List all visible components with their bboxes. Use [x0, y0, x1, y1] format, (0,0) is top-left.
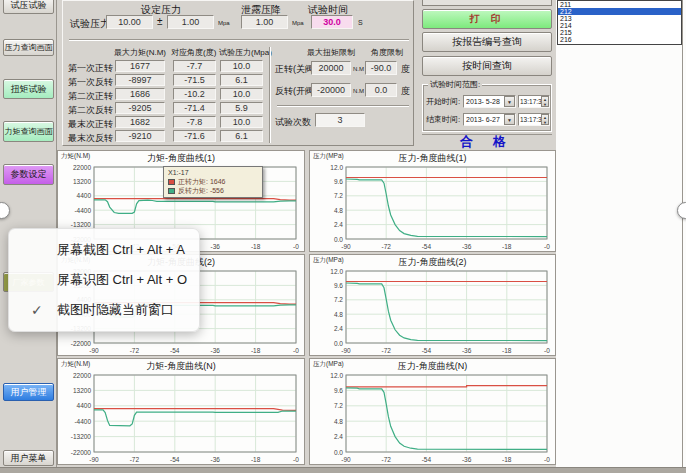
forward-torque-input[interactable]: 20000	[311, 61, 351, 75]
row-label: 第二次反转	[67, 104, 113, 117]
svg-text:-72: -72	[381, 347, 391, 354]
svg-text:12.0: 12.0	[330, 164, 343, 171]
torque-chart-n: 力矩(N.M) 力矩-角度曲线(N) 22000132004400-4400-1…	[57, 358, 305, 465]
print-button[interactable]: 打 印	[422, 9, 552, 29]
svg-text:-54: -54	[170, 347, 180, 354]
report-list[interactable]: 211212213214215216	[557, 0, 682, 45]
tolerance-input[interactable]: 1.00	[167, 15, 214, 29]
bottom-taskbar-strip	[0, 467, 686, 473]
sidebar-item-torque-test[interactable]: 扭矩试验	[3, 79, 54, 99]
end-time-spin[interactable]: 13:17:35 ▲▼	[518, 113, 550, 126]
svg-text:-4400: -4400	[74, 418, 91, 425]
test-pressure-input[interactable]: 10.00	[106, 15, 153, 29]
start-time-spin[interactable]: 13:17:35 ▲▼	[518, 95, 550, 108]
table-cell: -71.4	[173, 102, 216, 114]
leak-drop-input[interactable]: 1.00	[241, 15, 288, 29]
chevron-down-icon[interactable]: ▼	[504, 114, 515, 125]
svg-text:-90: -90	[341, 347, 351, 354]
verdict-label: 合 格	[422, 134, 552, 149]
svg-text:-0: -0	[544, 243, 550, 250]
seconds-unit: S	[358, 19, 363, 26]
torque-limit-header: 最大扭矩限制	[307, 47, 355, 58]
svg-text:22000: 22000	[73, 372, 91, 379]
svg-text:9.6: 9.6	[334, 387, 343, 394]
table-cell: 6.1	[220, 130, 263, 142]
row-label: 最末次反转	[67, 132, 113, 145]
svg-text:13200: 13200	[73, 178, 91, 185]
svg-text:4400: 4400	[77, 402, 92, 409]
svg-text:22000: 22000	[73, 164, 91, 171]
menu-item-screen-capture[interactable]: 屏幕截图 Ctrl + Alt + A	[9, 237, 199, 263]
svg-text:-36: -36	[210, 456, 220, 463]
spinner-icon[interactable]: ▲▼	[541, 96, 549, 107]
sidebar-item-torque-query[interactable]: 力矩查询画面	[3, 121, 54, 142]
table-cell: 10.0	[220, 60, 263, 72]
report-list-item[interactable]: 212	[558, 8, 681, 15]
sidebar-item-parameter-settings[interactable]: 参数设定	[3, 164, 54, 185]
reverse-torque-input[interactable]: -20000	[311, 83, 351, 97]
table-cell: -71.6	[173, 130, 216, 142]
report-list-item[interactable]: 213	[558, 15, 681, 22]
query-by-report-button[interactable]: 按报告编号查询	[422, 32, 552, 52]
report-list-item[interactable]: 211	[558, 1, 681, 8]
sidebar-item-pressure-test[interactable]: 试压试验	[3, 0, 54, 14]
sidebar-item-pressure-query[interactable]: 压力查询画面	[3, 39, 54, 56]
row-label: 最末次正转	[67, 118, 113, 131]
spinner-icon[interactable]: ▲▼	[541, 114, 549, 125]
svg-text:-18: -18	[502, 347, 512, 354]
partial-button-top[interactable]	[422, 0, 552, 6]
test-pressure-label: 试验压力	[70, 17, 110, 31]
svg-text:2.4: 2.4	[334, 221, 343, 228]
start-date-combo[interactable]: 2013- 5-28 ▼	[463, 95, 516, 108]
test-count-input[interactable]: 3	[315, 113, 365, 127]
report-list-item[interactable]: 215	[558, 29, 681, 36]
checkmark-icon: ✓	[31, 302, 43, 318]
sidebar-item-user-menu[interactable]: 用户菜单	[3, 450, 54, 466]
svg-text:-72: -72	[130, 456, 140, 463]
svg-text:-72: -72	[130, 347, 140, 354]
nm-unit-2: N.M	[353, 88, 364, 94]
query-by-time-button[interactable]: 按时间查询	[422, 56, 552, 76]
svg-text:9.6: 9.6	[334, 282, 343, 289]
svg-text:-0: -0	[544, 456, 550, 463]
table-cell: 1686	[115, 88, 165, 100]
forward-angle-input[interactable]: -90.0	[365, 61, 397, 75]
end-date-combo[interactable]: 2013- 6-27 ▼	[463, 113, 516, 126]
report-list-item[interactable]: 216	[558, 36, 681, 43]
col-header-torque: 最大力矩(N.M)	[114, 47, 166, 58]
svg-text:4.8: 4.8	[334, 311, 343, 318]
svg-text:-54: -54	[422, 243, 432, 250]
time-range-groupbox: 试验时间范围: 开始时间: 2013- 5-28 ▼ 13:17:35 ▲▼ 结…	[422, 84, 552, 132]
test-time-input[interactable]: 30.0	[311, 15, 353, 29]
deg-unit-2: 度	[401, 85, 410, 98]
svg-text:4.8: 4.8	[334, 418, 343, 425]
sidebar-item-user-management[interactable]: 用户管理	[3, 383, 54, 401]
chevron-down-icon[interactable]: ▼	[504, 96, 515, 107]
time-range-label: 试验时间范围:	[428, 79, 482, 90]
svg-text:9.6: 9.6	[334, 178, 343, 185]
table-cell: -10.2	[173, 88, 216, 100]
row-label: 第一次反转	[67, 76, 113, 89]
svg-text:-36: -36	[462, 456, 472, 463]
reverse-torque-swatch	[168, 188, 175, 194]
reverse-angle-input[interactable]: 0.0	[365, 83, 397, 97]
svg-text:-13200: -13200	[71, 433, 92, 440]
svg-text:-0: -0	[293, 347, 299, 354]
pressure-chart-2: 压力(MPa) 压力-角度曲线(2) 12.09.67.24.82.40.0-9…	[309, 254, 556, 356]
table-cell: 10.0	[220, 88, 263, 100]
svg-text:2.4: 2.4	[334, 325, 343, 332]
mpa-unit-1: Mpa	[218, 20, 230, 26]
pressure-chart-1: 压力(MPa) 压力-角度曲线(1) 12.09.67.24.82.40.0-9…	[309, 150, 556, 252]
angle-limit-header: 角度限制	[371, 47, 403, 58]
table-cell: 10.0	[220, 116, 263, 128]
svg-text:-90: -90	[341, 243, 351, 250]
table-cell: -7.7	[173, 60, 216, 72]
forward-torque-swatch	[168, 179, 175, 185]
svg-text:12.0: 12.0	[330, 372, 343, 379]
limits-divider	[269, 47, 271, 143]
nm-unit-1: N.M	[353, 66, 364, 72]
menu-item-screen-ocr[interactable]: 屏幕识图 Ctrl + Alt + O	[9, 267, 199, 293]
report-list-item[interactable]: 214	[558, 22, 681, 29]
svg-text:0.0: 0.0	[334, 236, 343, 243]
svg-text:-90: -90	[341, 456, 351, 463]
